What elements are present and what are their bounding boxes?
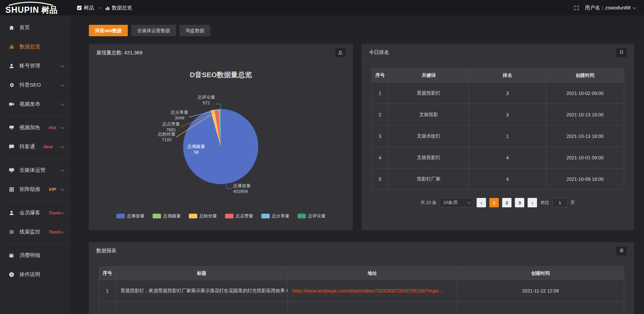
logo-text-cn: 树品 bbox=[41, 6, 57, 14]
report-table: 序号 标题 地址 创建时间 1 景观投影灯，夜游景观投影灯厂家展示展示落花灯在花… bbox=[99, 266, 624, 314]
wallet-icon bbox=[8, 253, 14, 259]
sidebar-item-label: 操作说明 bbox=[19, 271, 40, 278]
legend-swatch bbox=[189, 214, 197, 218]
chevron-down-icon bbox=[60, 125, 64, 129]
svg-text:?: ? bbox=[10, 273, 12, 276]
impressions-total-label: 展现量总数: 421,369 bbox=[96, 50, 143, 56]
sidebar-item-matrix-boost[interactable]: 矩阵助推 VIP bbox=[0, 180, 70, 199]
tab-douyin-seo-data[interactable]: 抖音seo数据 bbox=[89, 25, 128, 36]
prev-page-button[interactable]: ‹ bbox=[477, 198, 486, 207]
day-toggle-button[interactable]: 日 bbox=[616, 48, 627, 57]
legend-item-fans[interactable]: 总粉丝量 bbox=[189, 213, 217, 219]
video-link[interactable]: https://www.iesdouyin.com/share/video/70… bbox=[287, 280, 457, 302]
total-toggle-button[interactable]: 总 bbox=[335, 48, 345, 57]
pagination: 共 23 条 10条/页 ‹ 1 2 3 › 前往 页 bbox=[362, 198, 634, 207]
breadcrumb-root[interactable]: 树品 bbox=[84, 5, 94, 11]
legend-item-shares[interactable]: 总分享量 bbox=[261, 213, 289, 219]
grid-icon bbox=[8, 187, 14, 193]
chevron-down-icon bbox=[467, 200, 471, 203]
breadcrumb-current[interactable]: 数据总览 bbox=[112, 5, 132, 11]
bar-chart-icon bbox=[105, 6, 110, 10]
breadcrumb: 树品 > 数据总览 bbox=[77, 5, 132, 11]
sidebar-item-lead-monitor[interactable]: 线索监控 Tools bbox=[0, 222, 70, 242]
user-icon bbox=[8, 210, 14, 216]
chevron-down-icon bbox=[633, 5, 636, 9]
sidebar-item-label: 线索监控 bbox=[19, 228, 40, 235]
sidebar-item-member-tools[interactable]: 会员爆客 Tools bbox=[0, 203, 70, 222]
page-button-2[interactable]: 2 bbox=[502, 198, 512, 207]
table-row: 3 文旅水纹灯 1 2021-10-13 18:00 bbox=[372, 125, 624, 147]
legend-item-comments[interactable]: 总评论量 bbox=[298, 213, 326, 219]
sidebar-item-home[interactable]: 首页 bbox=[0, 18, 70, 37]
legend-item-videos[interactable]: 总视频量 bbox=[153, 213, 181, 219]
legend-swatch bbox=[116, 214, 125, 218]
sidebar-item-account[interactable]: 账号管理 bbox=[0, 56, 70, 75]
sidebar-item-label: 会员爆客 bbox=[19, 209, 40, 216]
sidebar-item-video-heat[interactable]: 视频加热 Hot bbox=[0, 118, 70, 137]
col-header-title: 标题 bbox=[116, 267, 287, 280]
next-page-button[interactable]: › bbox=[528, 198, 537, 207]
sidebar-item-label: 数据总览 bbox=[19, 43, 40, 50]
col-header-created: 创建时间 bbox=[457, 267, 624, 280]
sidebar-item-data-overview[interactable]: 数据总览 bbox=[0, 37, 70, 56]
sidebar-item-douyin-seo[interactable]: 抖音SEO bbox=[0, 75, 70, 95]
legend-item-likes[interactable]: 总点赞量 bbox=[225, 213, 253, 219]
tab-inquiry-data[interactable]: 询盘数据 bbox=[179, 25, 210, 36]
chart-legend: 总播放量 总视频量 总粉丝量 总点赞量 总分享量 总评论量 bbox=[89, 213, 353, 219]
col-header-index: 序号 bbox=[372, 68, 388, 83]
legend-swatch bbox=[225, 214, 233, 218]
col-header-created: 创建时间 bbox=[546, 68, 624, 83]
sidebar-item-help[interactable]: ? 操作说明 bbox=[0, 265, 70, 284]
comment-icon bbox=[8, 144, 14, 150]
fullscreen-icon[interactable] bbox=[574, 5, 579, 10]
sidebar-item-label: 抖客通 bbox=[19, 143, 35, 150]
goto-page-input[interactable] bbox=[552, 198, 567, 207]
tools-badge: Tools bbox=[49, 210, 61, 215]
sidebar-item-douketong[interactable]: 抖客通 New bbox=[0, 137, 70, 156]
sidebar-divider bbox=[4, 116, 66, 116]
col-header-url: 地址 bbox=[287, 267, 457, 280]
page-button-1[interactable]: 1 bbox=[489, 198, 499, 207]
pagination-total: 共 23 条 bbox=[421, 200, 437, 206]
sidebar-item-label: 首页 bbox=[19, 24, 30, 31]
sliders-icon bbox=[8, 229, 14, 235]
chevron-down-icon bbox=[60, 210, 64, 214]
username-label: 用户名：zswodun88 bbox=[585, 5, 631, 11]
chevron-down-icon bbox=[60, 229, 64, 233]
data-tabs: 抖音seo数据 全媒体运营数据 询盘数据 bbox=[89, 25, 634, 36]
gear-icon bbox=[8, 82, 14, 88]
ranking-table: 序号 关键词 排名 创建时间 1 景观投影灯 3 2021-10-02 09:0… bbox=[372, 68, 624, 190]
sidebar-item-media-operation[interactable]: 全媒体运营 bbox=[0, 161, 70, 180]
tools-badge: Tools bbox=[49, 229, 61, 234]
table-row: 1 景观投影灯，夜游景观投影灯厂家展示展示落花灯在花园里的灯光投影应用效果 # … bbox=[99, 280, 624, 302]
pie-label-shares: 总分享量 3049 bbox=[161, 109, 198, 121]
sidebar-item-video-publish[interactable]: 视频发布 bbox=[0, 95, 70, 114]
table-header-row: 序号 关键词 排名 创建时间 bbox=[372, 68, 624, 83]
page-button-3[interactable]: 3 bbox=[515, 198, 524, 207]
new-badge: New bbox=[44, 144, 53, 149]
breadcrumb-separator: > bbox=[98, 5, 101, 10]
sidebar-item-label: 抖音SEO bbox=[19, 82, 41, 89]
user-icon bbox=[8, 63, 14, 69]
chevron-down-icon bbox=[60, 168, 64, 171]
chevron-down-icon bbox=[60, 187, 64, 191]
bar-chart-icon bbox=[8, 44, 14, 50]
legend-item-plays[interactable]: 总播放量 bbox=[116, 213, 145, 219]
goto-unit: 页 bbox=[571, 200, 575, 206]
ranking-card-title: 今日排名 bbox=[369, 49, 389, 56]
table-toggle-button[interactable]: 表 bbox=[616, 247, 627, 255]
legend-swatch bbox=[298, 214, 306, 218]
screen-icon bbox=[8, 125, 14, 131]
page-size-select[interactable]: 10条/页 bbox=[440, 198, 473, 207]
user-menu[interactable]: 用户名：zswodun88 bbox=[585, 5, 635, 11]
sidebar-item-expense-detail[interactable]: 消费明细 bbox=[0, 246, 70, 265]
table-row: 1 景观投影灯 3 2021-10-02 09:00 bbox=[372, 83, 624, 104]
data-report-card: 数据报表 表 序号 标题 地址 创建时间 1 景观投影灯，夜游景观投影灯厂家展示… bbox=[89, 242, 634, 314]
sidebar-item-label: 全媒体运营 bbox=[19, 167, 46, 174]
legend-swatch bbox=[153, 214, 161, 218]
pie-label-fans: 总粉丝量 7100 bbox=[148, 131, 185, 143]
pie-label-videos: 总视频量 58 bbox=[178, 144, 215, 155]
video-camera-icon bbox=[8, 101, 14, 107]
report-card-title: 数据报表 bbox=[96, 248, 116, 254]
tab-media-operation-data[interactable]: 全媒体运营数据 bbox=[131, 25, 176, 36]
